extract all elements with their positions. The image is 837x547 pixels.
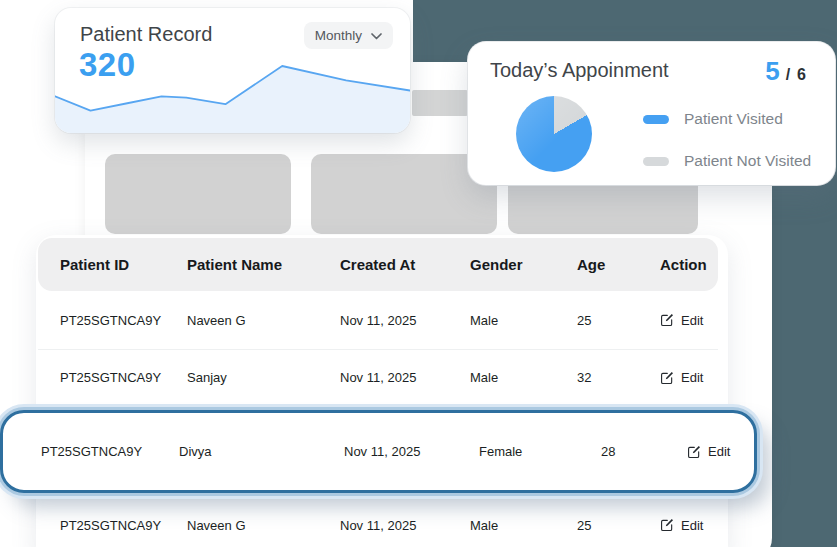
edit-label: Edit [681, 313, 703, 328]
cell-gender: Male [470, 370, 577, 385]
legend-label: Patient Visited [684, 110, 783, 128]
legend-label: Patient Not Visited [684, 152, 811, 170]
placeholder-block [105, 154, 291, 234]
cell-created-at: Nov 11, 2025 [340, 370, 470, 385]
cell-gender: Female [479, 444, 601, 459]
edit-button[interactable]: Edit [660, 518, 703, 533]
edit-button[interactable]: Edit [660, 370, 703, 385]
cell-age: 25 [577, 313, 660, 328]
edit-label: Edit [708, 444, 730, 459]
table-header: Patient ID Patient Name Created At Gende… [38, 238, 718, 291]
cell-age: 28 [601, 444, 687, 459]
table-row-highlighted[interactable]: PT25SGTNCA9YDivyaNov 11, 2025Female28 Ed… [0, 410, 757, 493]
appointment-title: Today’s Appoinment [490, 59, 669, 82]
edit-label: Edit [681, 518, 703, 533]
patient-record-title: Patient Record [80, 23, 212, 46]
cell-patient-id: PT25SGTNCA9Y [60, 313, 187, 328]
score-divider: / [786, 66, 791, 84]
dashboard-illustration: Patient Record 320 Monthly Today’s Appoi… [0, 0, 837, 547]
cell-age: 32 [577, 370, 660, 385]
period-select[interactable]: Monthly [304, 22, 393, 49]
table-row[interactable]: PT25SGTNCA9YSanjayNov 11, 2025Male32 Edi… [38, 349, 718, 405]
column-header-age: Age [577, 256, 660, 273]
edit-icon [660, 313, 674, 327]
column-header-gender: Gender [470, 256, 577, 273]
cell-patient-id: PT25SGTNCA9Y [60, 370, 187, 385]
appointment-score: 5 / 6 [765, 56, 807, 87]
patient-record-card: Patient Record 320 Monthly [55, 8, 410, 133]
edit-label: Edit [681, 370, 703, 385]
legend-item-visited: Patient Visited [643, 110, 811, 128]
cell-patient-name: Divya [179, 444, 344, 459]
legend-swatch-visited [643, 115, 669, 124]
column-header-action: Action [660, 256, 718, 273]
visited-count: 5 [765, 56, 779, 87]
table-row[interactable]: PT25SGTNCA9YNaveen GNov 11, 2025Male25 E… [38, 292, 718, 348]
column-header-created-at: Created At [340, 256, 470, 273]
cell-gender: Male [470, 313, 577, 328]
cell-patient-id: PT25SGTNCA9Y [60, 518, 187, 533]
legend-item-not-visited: Patient Not Visited [643, 152, 811, 170]
cell-patient-name: Naveen G [187, 518, 340, 533]
edit-icon [687, 445, 701, 459]
total-count: 6 [797, 66, 807, 84]
chevron-down-icon [371, 28, 382, 43]
edit-button[interactable]: Edit [687, 444, 730, 459]
appointments-pie-chart [516, 96, 592, 172]
patient-record-sparkline [55, 61, 410, 133]
period-select-value: Monthly [315, 28, 362, 43]
edit-button[interactable]: Edit [660, 313, 703, 328]
table-row[interactable]: PT25SGTNCA9YNaveen GNov 11, 2025Male25 E… [38, 497, 718, 547]
cell-age: 25 [577, 518, 660, 533]
appointment-card: Today’s Appoinment 5 / 6 Patient Visited… [468, 42, 835, 185]
cell-created-at: Nov 11, 2025 [340, 313, 470, 328]
pie-legend: Patient Visited Patient Not Visited [643, 110, 811, 170]
cell-patient-name: Sanjay [187, 370, 340, 385]
legend-swatch-not-visited [643, 157, 669, 166]
patients-table: Patient ID Patient Name Created At Gende… [36, 235, 728, 547]
cell-patient-id: PT25SGTNCA9Y [41, 444, 179, 459]
cell-gender: Male [470, 518, 577, 533]
column-header-patient-id: Patient ID [60, 256, 187, 273]
cell-patient-name: Naveen G [187, 313, 340, 328]
cell-created-at: Nov 11, 2025 [344, 444, 479, 459]
edit-icon [660, 371, 674, 385]
edit-icon [660, 518, 674, 532]
cell-created-at: Nov 11, 2025 [340, 518, 470, 533]
placeholder-bar [412, 90, 468, 116]
column-header-patient-name: Patient Name [187, 256, 340, 273]
